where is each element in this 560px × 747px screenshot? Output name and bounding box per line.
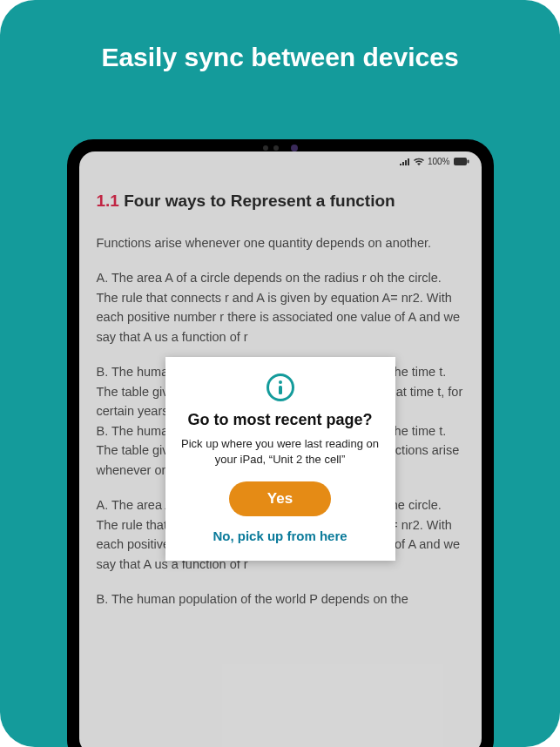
info-icon (266, 373, 295, 402)
dialog-title: Go to most recent page? (181, 411, 380, 429)
svg-rect-4 (279, 386, 282, 394)
tablet-frame: 100% 1.1 Four ways to Represent a functi… (67, 139, 494, 747)
dialog-body: Pick up where you were last reading on y… (181, 436, 380, 468)
promo-card: Easily sync between devices 100% (0, 0, 560, 747)
tablet-notch (263, 145, 298, 151)
svg-point-3 (279, 380, 282, 384)
yes-button[interactable]: Yes (229, 481, 331, 516)
sync-dialog: Go to most recent page? Pick up where yo… (165, 357, 395, 561)
tablet-screen: 100% 1.1 Four ways to Represent a functi… (79, 151, 482, 747)
no-pick-up-here-button[interactable]: No, pick up from here (213, 528, 347, 543)
promo-title: Easily sync between devices (0, 0, 560, 73)
